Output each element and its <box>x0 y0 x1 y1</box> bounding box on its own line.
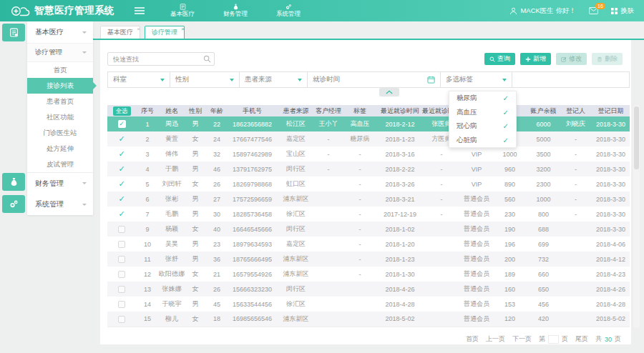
table-row[interactable]: ✓3傅伟男3215897462989宝山区--2018-3-16-VIP1000… <box>107 146 630 161</box>
close-tab-icon[interactable]: × <box>137 24 140 35</box>
tab-basic-medical[interactable]: 基本医疗 × <box>100 26 140 39</box>
row-checkbox[interactable] <box>118 271 125 278</box>
table-row[interactable]: ✓7毛鹏男3018285736458徐汇区-2017-12-19-普通会员230… <box>107 207 630 222</box>
user-greeting[interactable]: MACK医生 你好！ <box>509 6 576 16</box>
close-tab-icon[interactable]: × <box>181 24 185 35</box>
table-row[interactable]: ✓1周迅男2218623656882松江区王小丫高血压2018-2-12张医师6… <box>107 116 630 131</box>
filter-department[interactable]: 科室 <box>107 71 170 88</box>
row-checkbox[interactable]: ✓ <box>118 120 126 128</box>
row-checkbox[interactable] <box>118 226 125 233</box>
moneybag-icon <box>9 177 19 187</box>
table-cell: 699 <box>527 237 560 252</box>
row-checkbox[interactable] <box>118 241 125 248</box>
search-input[interactable] <box>107 52 215 66</box>
sidebar-module-system-icon[interactable] <box>2 195 25 213</box>
button-label: 修改 <box>569 54 582 64</box>
sidebar-item-outpatient-doctor-station[interactable]: 门诊医生站 <box>27 125 93 141</box>
tag-option-heart-disease[interactable]: 心脏病 ✓ <box>449 134 516 148</box>
query-button[interactable]: 查询 <box>484 53 515 65</box>
table-row[interactable]: 11张舒男3618765666495浦东新区-2018-1-23普通会员2007… <box>107 252 630 267</box>
table-row[interactable]: 14于晓宇男4515633544456徐汇区2018-4-28普通会员15345… <box>107 297 630 312</box>
row-checkbox[interactable]: ✓ <box>118 165 125 173</box>
calendar-icon <box>427 76 435 84</box>
column-header: 序号 <box>136 105 159 116</box>
row-checkbox[interactable]: ✓ <box>118 180 125 188</box>
table-cell: 45 <box>206 297 228 312</box>
table-cell: 160 <box>492 282 527 297</box>
sidebar-group-clinic-management[interactable]: 诊疗管理 <box>27 43 93 62</box>
table-cell: - <box>422 176 461 192</box>
row-checkbox[interactable] <box>118 301 125 308</box>
vertical-scrollbar[interactable] <box>633 105 640 328</box>
table-cell: 高血压 <box>342 116 378 131</box>
table-cell: - <box>422 146 461 161</box>
tag-option-diabetes[interactable]: 糖尿病 ✓ <box>449 91 516 106</box>
table-cell: VIP <box>461 146 492 161</box>
row-checkbox[interactable] <box>118 256 125 263</box>
sidebar-item-patient-home[interactable]: 患者首页 <box>27 94 93 109</box>
table-row[interactable]: 10吴昊男2318979634593嘉定区-2018-1-20普通会员19669… <box>107 237 630 252</box>
topnav-system[interactable]: 系统管理 <box>276 4 301 18</box>
select-all-button[interactable]: 全选 <box>113 106 131 116</box>
filter-multi-tag[interactable]: 多选标签 <box>440 71 512 88</box>
filter-visit-time[interactable]: 就诊时间 <box>307 71 441 88</box>
pagination-prev[interactable]: 上一页 <box>486 334 505 344</box>
trash-icon <box>597 56 602 62</box>
top-header: 智慧医疗管理系统 基本医疗 财务管理 系统管理 MACK医生 你好！ <box>0 0 644 21</box>
delete-button[interactable]: 删除 <box>592 53 623 65</box>
sidebar-section-system[interactable]: 系统管理 <box>27 194 93 215</box>
sidebar-item-skin-test[interactable]: 皮试管理 <box>27 156 93 172</box>
row-checkbox[interactable] <box>118 286 125 293</box>
filter-gender[interactable]: 性别 <box>170 71 240 88</box>
scrollbar-thumb[interactable] <box>634 106 639 169</box>
top-navigation: 基本医疗 财务管理 系统管理 <box>170 4 301 18</box>
messages-button[interactable]: 16 <box>589 7 598 14</box>
filter-patient-source[interactable]: 患者来源 <box>239 71 308 88</box>
hamburger-menu-icon[interactable] <box>135 7 145 14</box>
pagination-last[interactable]: 尾页 <box>575 334 588 344</box>
pagination-next[interactable]: 下一页 <box>512 334 532 344</box>
column-header: 标签 <box>342 105 378 116</box>
sidebar-item-reception-list[interactable]: 接诊列表 <box>27 78 93 94</box>
sidebar-item-community[interactable]: 社区功能 <box>27 109 93 125</box>
row-checkbox[interactable]: ✓ <box>118 210 125 218</box>
row-checkbox[interactable]: ✓ <box>118 135 125 143</box>
row-checkbox[interactable]: ✓ <box>118 150 125 158</box>
topnav-finance[interactable]: 财务管理 <box>223 4 248 18</box>
table-row[interactable]: 12欧阳德娜女2116579554926浦东新区-2018-1-30普通会员18… <box>107 267 630 282</box>
table-row[interactable]: ✓6张彬男2717572596659浦东新区-2018-3-21-普通会员560… <box>107 192 630 207</box>
row-checkbox[interactable] <box>118 316 125 323</box>
sidebar-module-basic-medical-icon[interactable] <box>2 24 25 41</box>
sidebar-section-basic-medical[interactable]: 基本医疗 <box>27 21 93 43</box>
table-cell: 2018-3-26 <box>378 176 422 192</box>
change-skin-button[interactable]: 换肤 <box>611 6 634 16</box>
table-row[interactable]: 13张姝娜女2615666323230闵行区2018-4-26普通会员16065… <box>107 282 630 297</box>
edit-button[interactable]: 修改 <box>556 53 587 65</box>
sidebar-module-finance-icon[interactable] <box>2 173 25 191</box>
table-row[interactable]: ✓5刘闰轩女2618269798868虹口区-2018-3-26-VIP8902… <box>107 176 630 192</box>
table-cell: 230 <box>492 207 527 222</box>
table-cell: 2018-4-28 <box>378 297 422 312</box>
table-cell: 190 <box>492 222 527 237</box>
page-number-input[interactable] <box>548 335 559 344</box>
table-row[interactable]: ✓2黄萱女2417667477546嘉定区-糖尿病2018-1-23方医师500… <box>107 131 630 146</box>
sidebar-section-finance[interactable]: 财务管理 <box>27 172 93 194</box>
table-row[interactable]: 9杨颖女4016646545666闵行区-2018-1-02普通会员190688… <box>107 222 630 237</box>
collapse-filter-button[interactable] <box>379 88 399 96</box>
row-checkbox[interactable]: ✓ <box>118 195 125 203</box>
topnav-basic-medical[interactable]: 基本医疗 <box>170 4 195 18</box>
table-cell: 周迅 <box>159 116 185 131</box>
tab-clinic-management[interactable]: 诊疗管理 × <box>145 26 185 39</box>
add-button[interactable]: 新增 <box>520 53 551 65</box>
table-row[interactable]: 15柳儿女1816985656546浦东新区2018-5-02普通会员12042… <box>107 312 630 327</box>
sidebar-item-home[interactable]: 首页 <box>27 62 93 78</box>
table-row[interactable]: ✓4于鹏男4613791762975闵行区--2018-2-22-VIP9603… <box>107 161 630 176</box>
tag-option-coronary[interactable]: 冠心病 ✓ <box>449 119 516 134</box>
checkbox-cell <box>107 297 136 312</box>
search-icon <box>203 55 211 63</box>
tag-option-hypertension[interactable]: 高血压 ✓ <box>449 106 516 120</box>
pagination-first[interactable]: 首页 <box>466 334 479 344</box>
sidebar-item-prescription-extension[interactable]: 处方延伸 <box>27 141 93 156</box>
table-cell: - <box>342 146 378 161</box>
table-cell: 18 <box>206 312 228 327</box>
